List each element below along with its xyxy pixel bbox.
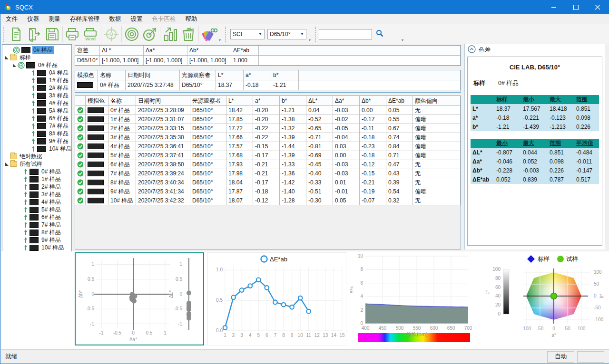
collapse-chevron-icon[interactable] (468, 45, 476, 55)
tree-item-sample[interactable]: 9# 样品 (2, 236, 71, 244)
table-cell: -0.20 (253, 106, 280, 115)
menu-item-存样库管理[interactable]: 存样库管理 (65, 14, 105, 25)
color-swatch (88, 125, 104, 131)
toolbar-grip[interactable] (3, 27, 5, 42)
menu-item-数据[interactable]: 数据 (105, 14, 126, 25)
tree-item-sample[interactable]: 6# 样品 (2, 115, 71, 122)
table-cell: 2020/7/25 3:28:09 (136, 106, 190, 115)
sample-arrow-icon (31, 138, 36, 144)
toolbar-overflow-icon[interactable]: ▾ (219, 38, 221, 42)
measure-standard-button[interactable] (123, 25, 141, 43)
minimize-button[interactable] (543, 0, 565, 14)
toolbar-grip[interactable] (315, 27, 317, 42)
table-row[interactable]: 0# 样品2020/7/25 3:28:09D65/10°18.42-0.20-… (75, 106, 461, 115)
menu-item-帮助[interactable]: 帮助 (181, 14, 202, 25)
table-row[interactable]: 4# 样品2020/7/25 3:36:41D65/10°17.57-0.15-… (75, 142, 461, 151)
tree-item-folder[interactable]: 标样 (2, 54, 71, 61)
analysis-button[interactable] (161, 25, 179, 43)
measure-sample-button[interactable] (141, 25, 159, 43)
table-cell: -0.15 (360, 169, 386, 178)
table-row[interactable]: 7# 样品2020/7/25 3:39:24D65/10°17.98-0.21-… (75, 169, 461, 178)
lab-gamut-chart-panel[interactable]: 100806040200L*100500-50-100b*-100-500501… (481, 252, 606, 345)
color-search-button[interactable] (200, 25, 218, 43)
tree-item-sample[interactable]: 5# 样品 (2, 107, 71, 115)
standard-target-icon (124, 26, 140, 42)
tree-item-sample[interactable]: 0# 样品 (2, 69, 71, 77)
table-row[interactable]: 6# 样品2020/7/25 3:38:50D65/10°17.93-0.21-… (75, 160, 461, 169)
table-row[interactable]: 10# 样品2020/7/25 3:42:32D65/10°18.07-0.12… (75, 196, 461, 205)
menu-item-测量[interactable]: 测量 (44, 14, 65, 25)
status-text: 就绪 (5, 353, 17, 361)
tree-item-label: 5# 样品 (48, 107, 69, 115)
tree-item-sample[interactable]: 4# 样品 (2, 198, 71, 206)
open-export-button[interactable] (25, 25, 43, 43)
svg-text:10: 10 (298, 333, 304, 338)
maximize-button[interactable] (565, 0, 587, 14)
table-cell: 8# 样品 (108, 178, 136, 187)
tree-item-folder[interactable]: 绝对数据 (2, 153, 71, 160)
save-button[interactable] (43, 25, 61, 43)
tree-item-sample[interactable]: 2# 样品 (2, 183, 71, 191)
tree-item-folder[interactable]: 所有试样 (2, 160, 71, 168)
tree-item-sample[interactable]: 6# 样品 (2, 213, 71, 221)
search-input[interactable] (319, 29, 372, 39)
svg-text:-50: -50 (537, 326, 544, 331)
menu-item-文件[interactable]: 文件 (1, 14, 22, 25)
expand-arrow-icon[interactable] (5, 163, 9, 166)
delete-button[interactable] (179, 25, 197, 43)
deltae-line-chart-panel[interactable]: 1234567891011121314150.00.51.0ΔE*ab (207, 252, 346, 345)
print-word-button[interactable]: Word (82, 25, 100, 43)
table-row[interactable]: 0# 样品2020/7/25 3:27:48D65/10°18.37-0.18-… (75, 80, 461, 90)
column-header: Δa* (144, 46, 187, 56)
tree-item-standard[interactable]: 0# 样品 (2, 61, 71, 69)
tree-item-label: 所有试样 (19, 160, 43, 168)
menu-item-设置[interactable]: 设置 (126, 14, 147, 25)
auto-mode-cell[interactable]: 自动 (547, 351, 574, 363)
tree-item-sample[interactable]: 3# 样品 (2, 92, 71, 99)
tree-item-sample[interactable]: 8# 样品 (2, 229, 71, 236)
toolbar-separator (101, 26, 101, 42)
tree-item-sample[interactable]: 9# 样品 (2, 137, 71, 145)
table-row[interactable]: 3# 样品2020/7/25 3:35:30D65/10°17.66-0.22-… (75, 133, 461, 142)
table-row[interactable]: D65/10°[-1.000, 1.000][-1.000, 1.000][-1… (75, 56, 461, 66)
toolbar-overflow-icon[interactable]: ▾ (402, 38, 403, 42)
table-row[interactable]: 1# 样品2020/7/25 3:31:07D65/10°17.85-0.20-… (75, 115, 461, 124)
menu-item-仪器[interactable]: 仪器 (22, 14, 44, 25)
tree-item-sample[interactable]: 10# 样品 (2, 244, 71, 251)
tree-item-sample[interactable]: 1# 样品 (2, 175, 71, 183)
tree-item-sample[interactable]: 0# 样品 (2, 168, 71, 175)
print-button[interactable] (64, 25, 82, 43)
column-header: ΔL* (306, 96, 333, 106)
expand-arrow-icon[interactable] (5, 56, 9, 59)
tree-item-sample[interactable]: 2# 样品 (2, 84, 71, 92)
scatter-chart-panel[interactable]: -1-1-0.5-0.5000.50.511Δa*Δb*-1-0.500.51Δ… (75, 252, 204, 345)
mode-combo[interactable]: SCI ▼ (230, 29, 265, 39)
table-row[interactable]: 2# 样品2020/7/25 3:33:15D65/10°17.72-0.22-… (75, 124, 461, 133)
tree-item-sample[interactable]: 8# 样品 (2, 130, 71, 137)
table-cell (75, 80, 98, 90)
toolbar-grip[interactable] (225, 27, 227, 42)
table-row[interactable]: 5# 样品2020/7/25 3:37:41D65/10°17.68-0.17-… (75, 151, 461, 160)
close-button[interactable] (587, 0, 609, 14)
expand-arrow-icon[interactable] (13, 64, 16, 67)
tree-item-sample[interactable]: 5# 样品 (2, 206, 71, 213)
toolbar-overflow-icon[interactable]: ▾ (309, 38, 311, 42)
tree-item-label: 7# 样品 (48, 122, 69, 130)
reflectance-chart-panel[interactable]: 0246810400450500550600650700波长(nm)R% (348, 252, 481, 345)
toolbar: Word (1, 24, 609, 44)
tree-item-sample[interactable]: 7# 样品 (2, 122, 71, 130)
tree-item-sample[interactable]: 1# 样品 (2, 77, 71, 84)
tree-item-sample[interactable]: 3# 样品 (2, 191, 71, 198)
search-icon[interactable] (376, 29, 383, 38)
tree-item-sample[interactable]: 7# 样品 (2, 221, 71, 229)
calibrate-button[interactable] (102, 25, 120, 43)
tree-item-sample[interactable]: 4# 样品 (2, 99, 71, 107)
table-row[interactable]: 9# 样品2020/7/25 3:41:34D65/10°17.87-0.18-… (75, 187, 461, 196)
tree-item-sample-selected[interactable]: 0# 样品 (2, 46, 71, 54)
tree-item-sample[interactable]: 10# 样品 (2, 145, 71, 153)
illuminant-combo[interactable]: D65/10° ▼ (267, 29, 306, 39)
table-row[interactable]: 8# 样品2020/7/25 3:40:34D65/10°18.04-0.17-… (75, 178, 461, 187)
table-cell: -1.36 (280, 169, 306, 178)
table-cell: 2020/7/25 3:33:15 (136, 124, 190, 133)
new-document-button[interactable] (7, 25, 25, 43)
